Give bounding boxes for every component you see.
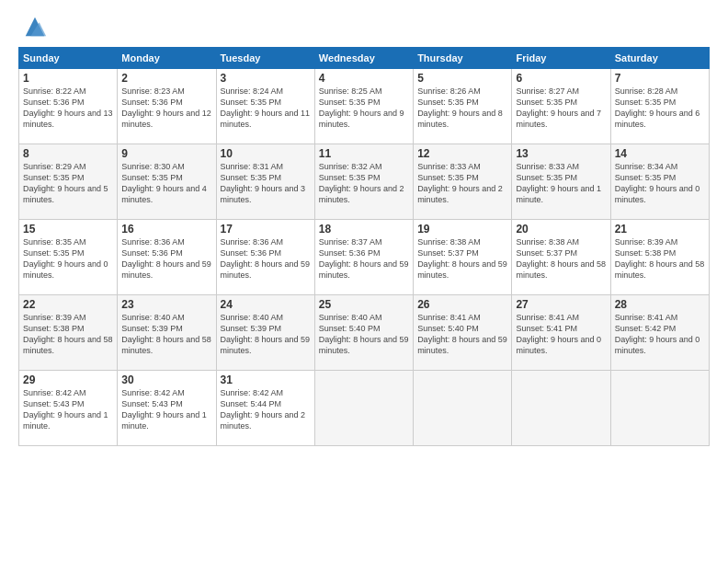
- day-number: 14: [615, 147, 705, 160]
- day-number: 13: [516, 147, 606, 160]
- calendar-cell: 8 Sunrise: 8:29 AMSunset: 5:35 PMDayligh…: [19, 144, 118, 220]
- day-number: 21: [615, 223, 705, 236]
- day-info: Sunrise: 8:41 AMSunset: 5:42 PMDaylight:…: [615, 312, 705, 357]
- day-info: Sunrise: 8:33 AMSunset: 5:35 PMDaylight:…: [417, 161, 507, 206]
- day-number: 12: [417, 147, 507, 160]
- col-header-wednesday: Wednesday: [314, 48, 413, 69]
- calendar-week-5: 29 Sunrise: 8:42 AMSunset: 5:43 PMDaylig…: [19, 371, 710, 446]
- calendar-cell: 5 Sunrise: 8:26 AMSunset: 5:35 PMDayligh…: [414, 69, 512, 144]
- calendar-cell: 30 Sunrise: 8:42 AMSunset: 5:43 PMDaylig…: [118, 371, 216, 446]
- calendar-cell: [512, 371, 610, 446]
- col-header-sunday: Sunday: [19, 48, 118, 69]
- day-info: Sunrise: 8:32 AMSunset: 5:35 PMDaylight:…: [319, 161, 409, 206]
- calendar-cell: 4 Sunrise: 8:25 AMSunset: 5:35 PMDayligh…: [314, 69, 413, 144]
- day-info: Sunrise: 8:34 AMSunset: 5:35 PMDaylight:…: [615, 161, 705, 206]
- day-number: 15: [23, 223, 113, 236]
- page: SundayMondayTuesdayWednesdayThursdayFrid…: [0, 0, 728, 563]
- logo-icon: [22, 14, 48, 40]
- calendar-cell: 24 Sunrise: 8:40 AMSunset: 5:39 PMDaylig…: [216, 295, 314, 371]
- calendar-cell: [414, 371, 512, 446]
- day-number: 17: [221, 223, 311, 236]
- day-info: Sunrise: 8:40 AMSunset: 5:39 PMDaylight:…: [221, 312, 311, 357]
- calendar-cell: 3 Sunrise: 8:24 AMSunset: 5:35 PMDayligh…: [216, 69, 314, 144]
- day-info: Sunrise: 8:36 AMSunset: 5:36 PMDaylight:…: [221, 236, 311, 282]
- col-header-thursday: Thursday: [414, 48, 512, 69]
- day-info: Sunrise: 8:29 AMSunset: 5:35 PMDaylight:…: [23, 161, 113, 206]
- day-info: Sunrise: 8:39 AMSunset: 5:38 PMDaylight:…: [615, 236, 705, 282]
- logo: [18, 14, 48, 40]
- calendar-cell: 31 Sunrise: 8:42 AMSunset: 5:44 PMDaylig…: [216, 371, 314, 446]
- day-number: 2: [121, 72, 211, 85]
- col-header-tuesday: Tuesday: [216, 48, 314, 69]
- day-number: 24: [221, 298, 311, 311]
- calendar-cell: 7 Sunrise: 8:28 AMSunset: 5:35 PMDayligh…: [610, 69, 709, 144]
- calendar-cell: 11 Sunrise: 8:32 AMSunset: 5:35 PMDaylig…: [314, 144, 413, 220]
- day-info: Sunrise: 8:39 AMSunset: 5:38 PMDaylight:…: [23, 312, 113, 357]
- calendar-cell: [610, 371, 709, 446]
- day-number: 7: [615, 72, 705, 85]
- day-number: 4: [319, 72, 409, 85]
- day-info: Sunrise: 8:40 AMSunset: 5:39 PMDaylight:…: [121, 312, 211, 357]
- calendar-cell: 9 Sunrise: 8:30 AMSunset: 5:35 PMDayligh…: [118, 144, 216, 220]
- day-number: 27: [516, 298, 606, 311]
- day-info: Sunrise: 8:40 AMSunset: 5:40 PMDaylight:…: [319, 312, 409, 357]
- calendar-week-3: 15 Sunrise: 8:35 AMSunset: 5:35 PMDaylig…: [19, 220, 710, 295]
- day-number: 5: [417, 72, 507, 85]
- calendar-cell: 14 Sunrise: 8:34 AMSunset: 5:35 PMDaylig…: [610, 144, 709, 220]
- day-info: Sunrise: 8:33 AMSunset: 5:35 PMDaylight:…: [516, 161, 606, 206]
- col-header-saturday: Saturday: [610, 48, 709, 69]
- calendar-cell: 16 Sunrise: 8:36 AMSunset: 5:36 PMDaylig…: [118, 220, 216, 295]
- day-info: Sunrise: 8:38 AMSunset: 5:37 PMDaylight:…: [516, 236, 606, 282]
- calendar-cell: 1 Sunrise: 8:22 AMSunset: 5:36 PMDayligh…: [19, 69, 118, 144]
- day-number: 25: [319, 298, 409, 311]
- day-number: 9: [121, 147, 211, 160]
- day-info: Sunrise: 8:22 AMSunset: 5:36 PMDaylight:…: [23, 86, 113, 131]
- col-header-friday: Friday: [512, 48, 610, 69]
- day-info: Sunrise: 8:27 AMSunset: 5:35 PMDaylight:…: [516, 86, 606, 131]
- day-number: 19: [417, 223, 507, 236]
- day-number: 6: [516, 72, 606, 85]
- day-number: 16: [121, 223, 211, 236]
- day-number: 31: [221, 373, 311, 386]
- calendar-cell: 27 Sunrise: 8:41 AMSunset: 5:41 PMDaylig…: [512, 295, 610, 371]
- calendar-cell: 28 Sunrise: 8:41 AMSunset: 5:42 PMDaylig…: [610, 295, 709, 371]
- calendar-cell: 12 Sunrise: 8:33 AMSunset: 5:35 PMDaylig…: [414, 144, 512, 220]
- day-number: 10: [221, 147, 311, 160]
- day-number: 8: [23, 147, 113, 160]
- calendar-cell: 13 Sunrise: 8:33 AMSunset: 5:35 PMDaylig…: [512, 144, 610, 220]
- calendar-cell: 20 Sunrise: 8:38 AMSunset: 5:37 PMDaylig…: [512, 220, 610, 295]
- day-number: 1: [23, 72, 113, 85]
- day-number: 28: [615, 298, 705, 311]
- day-number: 26: [417, 298, 507, 311]
- calendar-cell: 17 Sunrise: 8:36 AMSunset: 5:36 PMDaylig…: [216, 220, 314, 295]
- day-info: Sunrise: 8:25 AMSunset: 5:35 PMDaylight:…: [319, 86, 409, 131]
- day-info: Sunrise: 8:41 AMSunset: 5:41 PMDaylight:…: [516, 312, 606, 357]
- day-info: Sunrise: 8:42 AMSunset: 5:44 PMDaylight:…: [221, 387, 311, 432]
- calendar-cell: 6 Sunrise: 8:27 AMSunset: 5:35 PMDayligh…: [512, 69, 610, 144]
- day-number: 30: [121, 373, 211, 386]
- day-number: 20: [516, 223, 606, 236]
- day-info: Sunrise: 8:35 AMSunset: 5:35 PMDaylight:…: [23, 236, 113, 282]
- day-info: Sunrise: 8:28 AMSunset: 5:35 PMDaylight:…: [615, 86, 705, 131]
- calendar-cell: 21 Sunrise: 8:39 AMSunset: 5:38 PMDaylig…: [610, 220, 709, 295]
- calendar-cell: 19 Sunrise: 8:38 AMSunset: 5:37 PMDaylig…: [414, 220, 512, 295]
- day-number: 18: [319, 223, 409, 236]
- day-number: 3: [221, 72, 311, 85]
- header: [18, 14, 710, 40]
- calendar-week-4: 22 Sunrise: 8:39 AMSunset: 5:38 PMDaylig…: [19, 295, 710, 371]
- calendar-cell: 25 Sunrise: 8:40 AMSunset: 5:40 PMDaylig…: [314, 295, 413, 371]
- day-info: Sunrise: 8:31 AMSunset: 5:35 PMDaylight:…: [221, 161, 311, 206]
- day-number: 11: [319, 147, 409, 160]
- calendar-cell: 10 Sunrise: 8:31 AMSunset: 5:35 PMDaylig…: [216, 144, 314, 220]
- day-info: Sunrise: 8:23 AMSunset: 5:36 PMDaylight:…: [121, 86, 211, 131]
- day-number: 29: [23, 373, 113, 386]
- calendar-cell: 29 Sunrise: 8:42 AMSunset: 5:43 PMDaylig…: [19, 371, 118, 446]
- calendar-cell: 26 Sunrise: 8:41 AMSunset: 5:40 PMDaylig…: [414, 295, 512, 371]
- day-info: Sunrise: 8:38 AMSunset: 5:37 PMDaylight:…: [417, 236, 507, 282]
- calendar-week-1: 1 Sunrise: 8:22 AMSunset: 5:36 PMDayligh…: [19, 69, 710, 144]
- col-header-monday: Monday: [118, 48, 216, 69]
- day-info: Sunrise: 8:42 AMSunset: 5:43 PMDaylight:…: [121, 387, 211, 432]
- day-info: Sunrise: 8:26 AMSunset: 5:35 PMDaylight:…: [417, 86, 507, 131]
- calendar-cell: 18 Sunrise: 8:37 AMSunset: 5:36 PMDaylig…: [314, 220, 413, 295]
- calendar-cell: [314, 371, 413, 446]
